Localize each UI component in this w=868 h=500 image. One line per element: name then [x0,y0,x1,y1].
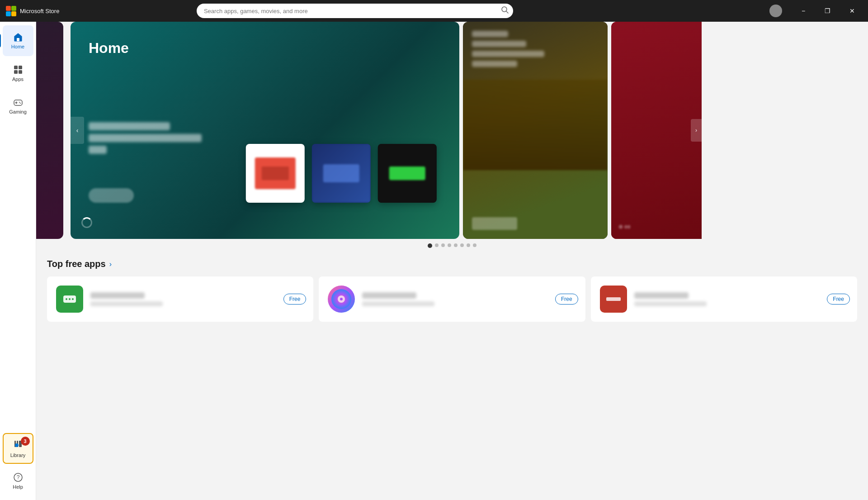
sidebar: Home Apps Gaming [0,22,36,500]
app-desc-2-blur [362,301,434,306]
hero-app-card-1[interactable] [246,144,305,203]
sidebar-item-apps-label: Apps [12,76,24,82]
sidebar-item-apps[interactable]: Apps [3,58,33,89]
carousel-dot-4[interactable] [448,243,451,247]
svg-rect-8 [19,66,22,69]
sidebar-item-help-label: Help [13,484,23,490]
app-get-btn-2[interactable]: Free [555,294,578,305]
carousel-dot-1[interactable] [428,243,432,248]
svg-point-29 [340,298,343,300]
search-input[interactable] [197,4,513,18]
svg-rect-7 [14,66,18,69]
hero-card-2-bg [312,144,371,203]
help-icon: ? [13,472,23,482]
minimize-button[interactable]: − [793,0,814,22]
hero-main-panel[interactable]: Home [71,22,459,239]
app-icon-1 [54,284,85,314]
hero-side-content-1 [463,22,608,80]
hero-side-game-bg [463,22,608,239]
app-name-1-blur [90,292,145,299]
svg-text:?: ? [16,474,19,481]
sidebar-library-wrapper: Library 3 [3,433,33,464]
hero-left-partial [36,22,63,239]
app-icon-2 [326,284,357,314]
hero-app-card-3[interactable] [378,144,437,203]
hero-title: Home [89,40,129,57]
app-card-3[interactable]: Free [591,276,857,322]
sidebar-item-gaming[interactable]: Gaming [3,90,33,121]
hero-right-bg: › ⊕ ee [611,22,702,239]
hero-side-learn-more-btn[interactable] [472,217,517,230]
hero-nav-left-button[interactable]: ‹ [71,117,84,144]
svg-point-4 [502,7,507,12]
app-icon-3 [598,284,629,314]
sidebar-item-home-label: Home [11,44,24,49]
avatar[interactable] [769,5,782,17]
hero-carousel: Home [36,22,868,239]
svg-rect-0 [6,6,11,11]
carousel-dot-3[interactable] [441,243,445,247]
maximize-button[interactable]: ❐ [817,0,838,22]
svg-point-23 [66,298,67,300]
hero-nav-right-button[interactable]: › [691,119,702,142]
carousel-dot-7[interactable] [467,243,470,247]
app-name-2-blur [362,292,416,299]
app-get-btn-1[interactable]: Free [283,294,307,305]
svg-rect-3 [11,11,16,16]
app2-icon-inner [328,286,355,313]
app-card-2[interactable]: Free [319,276,585,322]
section-more-link[interactable]: › [109,260,112,268]
sidebar-item-library-label: Library [10,452,26,458]
app-card-1[interactable]: Free [47,276,313,322]
svg-rect-6 [17,38,19,41]
side-blur-1 [472,31,508,37]
app-info-2 [362,292,550,306]
hero-card-1-logo [255,157,296,189]
app-desc-3-blur [634,301,707,306]
close-button[interactable]: ✕ [842,0,863,22]
svg-rect-31 [606,297,621,301]
apps-icon [13,65,23,75]
svg-point-15 [20,103,21,104]
search-button[interactable] [501,6,509,15]
sidebar-item-help[interactable]: ? Help [3,466,33,496]
home-icon [13,32,23,42]
carousel-dot-2[interactable] [435,243,439,247]
sidebar-item-gaming-label: Gaming [9,109,27,114]
main-layout: Home Apps Gaming [0,22,868,500]
app-get-btn-3[interactable]: Free [827,294,850,305]
carousel-dot-5[interactable] [454,243,458,247]
app-grid: Free [47,276,857,322]
hero-blurred-text [89,122,202,157]
side-game-image [463,80,608,170]
hero-app-cards [246,144,437,203]
hero-right-partial[interactable]: › ⊕ ee [611,22,702,239]
section-title: Top free apps [47,259,106,269]
app-info-3 [634,292,822,306]
titlebar: Microsoft Store − ❐ ✕ [0,0,868,22]
carousel-dot-8[interactable] [473,243,476,247]
library-badge: 3 [21,437,30,446]
side-blur-3 [472,51,544,57]
svg-rect-10 [19,70,22,74]
app-desc-1-blur [90,301,163,306]
titlebar-right: − ❐ ✕ [769,0,863,22]
sidebar-item-home[interactable]: Home [3,25,33,56]
content-area: Home [36,22,868,500]
hero-cta-button[interactable] [89,188,134,203]
blur-line-2 [89,134,202,142]
hero-app-card-2[interactable] [312,144,371,203]
side-blur-2 [472,41,526,47]
svg-rect-9 [14,70,18,74]
app3-icon-inner [600,286,627,313]
hero-side-panel-1[interactable] [463,22,608,239]
svg-line-5 [506,11,508,13]
carousel-dot-6[interactable] [460,243,464,247]
carousel-dots-row [36,239,868,250]
svg-rect-2 [6,11,11,16]
hero-card-3-bg [378,144,437,203]
app3-svg [604,289,623,309]
hero-right-blur-text: ⊕ ee [618,224,631,230]
search-bar[interactable] [197,4,513,18]
app1-svg [60,289,80,309]
